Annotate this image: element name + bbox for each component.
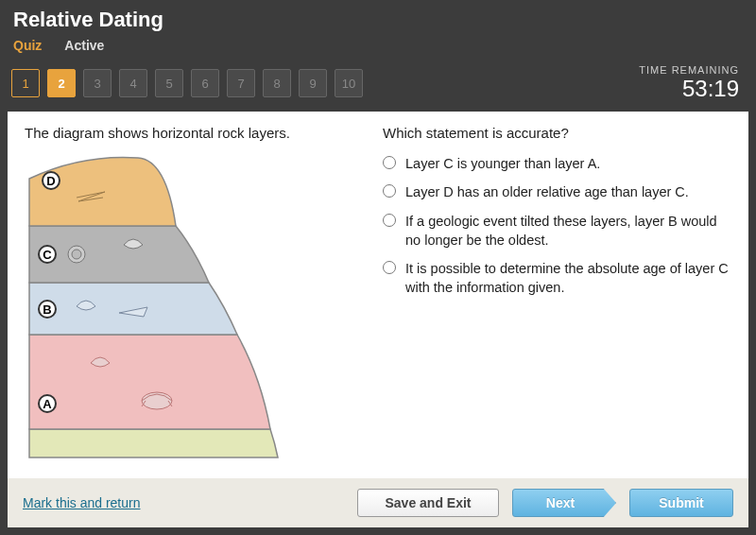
- question-prompt: Which statement is accurate?: [383, 125, 731, 141]
- option-text: Layer D has an older relative age than l…: [405, 182, 689, 201]
- quiz-app: Relative Dating Quiz Active 12345678910 …: [0, 0, 756, 535]
- next-button[interactable]: Next: [512, 489, 616, 517]
- option-2[interactable]: Layer D has an older relative age than l…: [383, 182, 731, 201]
- submit-button[interactable]: Submit: [629, 489, 733, 517]
- svg-point-1: [72, 250, 81, 259]
- content: The diagram shows horizontal rock layers…: [8, 112, 748, 527]
- mark-and-return-link[interactable]: Mark this and return: [23, 495, 141, 510]
- question-body: The diagram shows horizontal rock layers…: [8, 112, 748, 478]
- question-nav-1[interactable]: 1: [11, 69, 40, 97]
- right-pane: Which statement is accurate? Layer C is …: [383, 125, 731, 465]
- save-and-exit-button[interactable]: Save and Exit: [357, 489, 499, 517]
- question-nav-9[interactable]: 9: [299, 69, 327, 97]
- option-1[interactable]: Layer C is younger than layer A.: [383, 154, 731, 173]
- radio-icon: [383, 261, 396, 274]
- question-nav-8[interactable]: 8: [263, 69, 291, 97]
- question-nav-5[interactable]: 5: [155, 69, 183, 97]
- question-nav: 12345678910 TIME REMAINING 53:19: [0, 59, 756, 112]
- radio-icon: [383, 156, 396, 169]
- question-nav-6[interactable]: 6: [191, 69, 219, 97]
- layer-a-label: A: [38, 394, 57, 413]
- quiz-label: Quiz: [13, 38, 42, 53]
- question-nav-4[interactable]: 4: [119, 69, 147, 97]
- layer-b-label: B: [38, 300, 57, 319]
- page-title: Relative Dating: [13, 8, 743, 32]
- option-text: Layer C is younger than layer A.: [405, 154, 600, 173]
- question-nav-7[interactable]: 7: [227, 69, 255, 97]
- option-3[interactable]: If a geologic event tilted these layers,…: [383, 212, 731, 250]
- footer-buttons: Save and Exit Next Submit: [357, 489, 733, 517]
- radio-icon: [383, 184, 396, 198]
- question-nav-3[interactable]: 3: [83, 69, 112, 97]
- layer-d-label: D: [42, 171, 60, 190]
- option-text: If a geologic event tilted these layers,…: [405, 212, 731, 250]
- active-label: Active: [64, 38, 104, 53]
- left-pane: The diagram shows horizontal rock layers…: [25, 125, 373, 465]
- layer-c-label: C: [38, 245, 57, 264]
- option-text: It is possible to determine the absolute…: [405, 259, 731, 298]
- rock-layers-diagram: D C B A: [25, 150, 289, 462]
- radio-icon: [383, 214, 396, 227]
- question-nav-10[interactable]: 10: [335, 69, 363, 97]
- timer-value: 53:19: [639, 76, 739, 102]
- sub-header: Quiz Active: [13, 38, 743, 53]
- timer: TIME REMAINING 53:19: [639, 64, 745, 102]
- diagram-prompt: The diagram shows horizontal rock layers…: [25, 125, 373, 141]
- option-4[interactable]: It is possible to determine the absolute…: [383, 259, 731, 298]
- options: Layer C is younger than layer A.Layer D …: [383, 154, 731, 298]
- question-nav-2[interactable]: 2: [47, 69, 76, 97]
- footer: Mark this and return Save and Exit Next …: [8, 478, 748, 527]
- header: Relative Dating Quiz Active: [0, 0, 756, 59]
- timer-label: TIME REMAINING: [639, 64, 739, 76]
